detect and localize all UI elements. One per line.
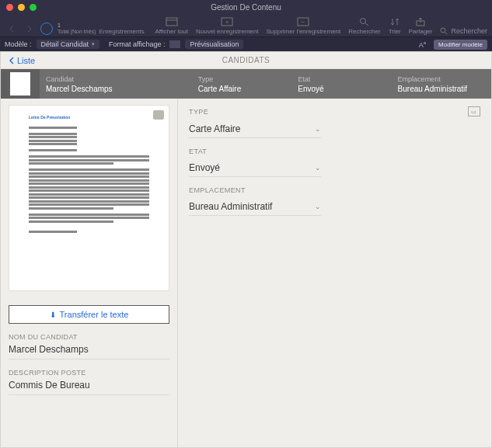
header-candidat-label: Candidat (46, 75, 186, 83)
new-record-button[interactable]: + Nouvel enregistrement (196, 16, 258, 35)
record-header: Candidat Marcel Deschamps Type Carte Aff… (1, 69, 491, 99)
view-list-icon[interactable] (169, 40, 180, 49)
job-description-label: DESCRIPTION POSTE (9, 369, 169, 377)
job-description-value: Commis De Bureau (9, 380, 169, 395)
window-titlebar: Gestion De Contenu (0, 0, 492, 14)
pie-records-icon (40, 23, 53, 35)
chevron-down-icon: ⌄ (315, 164, 321, 172)
card-icon: ▭ (468, 106, 480, 116)
records-label: Enregistrements (99, 28, 144, 35)
download-icon: ⬇ (50, 311, 56, 319)
model-label: Modèle : (5, 40, 32, 48)
delete-record-button[interactable]: − Supprimer l'enregistrement (266, 16, 340, 35)
text-format-icon[interactable]: Aa (419, 40, 426, 49)
transfer-text-button[interactable]: ⬇ Transférer le texte (9, 305, 169, 324)
show-all-button[interactable]: Afficher tout (155, 16, 188, 35)
share-button[interactable]: Partager (409, 16, 433, 35)
new-record-icon: + (221, 16, 233, 27)
modify-model-button[interactable]: Modifier modèle (434, 40, 487, 50)
chevron-down-icon: ⌄ (315, 203, 321, 210)
chevron-down-icon: ⌄ (315, 125, 321, 133)
header-emplacement-label: Emplacement (398, 75, 485, 83)
emplacement-field-label: EMPLACEMENT (189, 186, 246, 194)
record-thumbnail (1, 69, 40, 99)
chevron-down-icon: ▾ (92, 41, 95, 47)
find-button[interactable]: Rechercher (348, 16, 380, 35)
section-title: CANDIDATS (1, 56, 491, 64)
svg-text:+: + (225, 19, 229, 26)
share-icon (414, 16, 427, 27)
svg-rect-11 (169, 40, 180, 48)
record-count: 1 (58, 23, 96, 29)
svg-point-6 (360, 19, 365, 24)
delete-record-icon: − (297, 16, 309, 27)
document-preview[interactable]: Lettre De Présentation (9, 105, 169, 291)
record-sort-status: Total (Non triés) (58, 29, 96, 35)
search-icon (358, 16, 371, 27)
search-field[interactable]: Rechercher (440, 27, 487, 35)
type-field-label: TYPE (189, 108, 208, 116)
type-dropdown[interactable]: Carte Affaire ⌄ (189, 120, 321, 138)
layout-bar: Modèle : Détail Candidat ▾ Format affich… (0, 37, 492, 51)
svg-text:−: − (302, 19, 305, 26)
emplacement-dropdown[interactable]: Bureau Administratif ⌄ (189, 197, 321, 216)
search-small-icon (440, 27, 448, 35)
preview-button[interactable]: Prévisualisation (185, 40, 243, 49)
nav-prev-icon[interactable] (6, 23, 19, 34)
candidate-name-value: Marcel Deschamps (9, 344, 169, 359)
svg-line-7 (365, 23, 368, 26)
svg-rect-0 (166, 18, 177, 26)
nav-next-icon[interactable] (23, 23, 36, 34)
sort-button[interactable]: Trier (389, 16, 401, 35)
candidate-name-label: NOM DU CANDIDAT (9, 333, 169, 341)
header-etat-value: Envoyé (298, 85, 385, 93)
svg-point-9 (441, 28, 445, 33)
show-all-icon (166, 16, 178, 27)
sort-icon (389, 16, 401, 27)
header-type-label: Type (198, 75, 285, 83)
image-placeholder-icon (153, 110, 164, 120)
etat-dropdown[interactable]: Envoyé ⌄ (189, 158, 321, 177)
model-selector[interactable]: Détail Candidat ▾ (37, 40, 100, 49)
main-toolbar: 1 Total (Non triés) Enregistrements Affi… (0, 14, 492, 37)
header-candidat-value: Marcel Deschamps (46, 85, 186, 93)
header-emplacement-value: Bureau Administratif (398, 85, 485, 93)
format-label: Format affichage : (109, 40, 165, 48)
etat-field-label: ETAT (189, 148, 207, 155)
svg-line-10 (445, 33, 448, 35)
window-title: Gestion De Contenu (0, 3, 492, 12)
header-type-value: Carte Affaire (198, 85, 285, 93)
header-etat-label: Etat (298, 75, 385, 83)
